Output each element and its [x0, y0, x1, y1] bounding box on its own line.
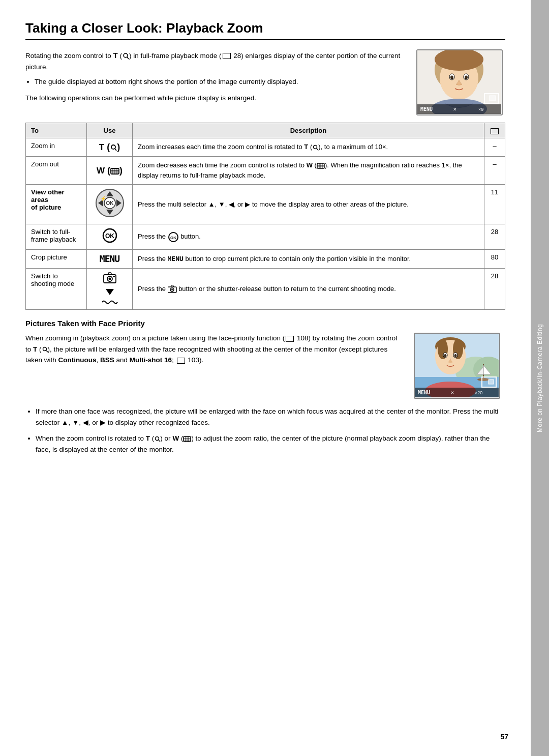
- svg-point-9: [465, 76, 468, 79]
- multi-selector-icon: OK ⚡: [95, 188, 125, 218]
- shooting-mode-label: Switch toshooting mode: [26, 269, 87, 310]
- view-areas-ref: 11: [484, 185, 505, 224]
- svg-point-17: [111, 145, 115, 149]
- table-header-to: To: [26, 123, 87, 138]
- camera-display-top: MENU ✕ ×9: [414, 49, 505, 115]
- svg-line-18: [115, 149, 116, 151]
- crop-ref: 80: [484, 250, 505, 269]
- fullframe-symbol: OK: [87, 224, 133, 250]
- table-row: Switch to full-frame playback OK Press t…: [26, 224, 505, 250]
- svg-text:OK: OK: [170, 236, 176, 240]
- face-priority-text: When zooming in (playback zoom) on a pic…: [25, 333, 404, 399]
- svg-point-71: [454, 354, 457, 357]
- menu-symbol: MENU: [100, 253, 119, 264]
- view-areas-label: View other areasof picture: [26, 185, 87, 224]
- camera-display-bottom: MENU ✕ ×20: [414, 333, 505, 399]
- zoom-in-symbol: T (): [87, 138, 133, 157]
- view-areas-symbol: OK ⚡: [87, 185, 133, 224]
- svg-point-0: [124, 53, 128, 57]
- zoom-out-description: Zoom decreases each time the zoom contro…: [133, 157, 484, 185]
- svg-text:OK: OK: [106, 200, 114, 206]
- svg-point-47: [108, 278, 111, 280]
- zoom-out-label: Zoom out: [26, 157, 87, 185]
- table-header-use: Use: [87, 123, 133, 138]
- zoom-in-description: Zoom increases each time the zoom contro…: [133, 138, 484, 157]
- svg-point-69: [444, 354, 447, 357]
- svg-text:MENU: MENU: [418, 390, 430, 395]
- down-arrow-icon: [105, 286, 115, 296]
- svg-text:✕: ✕: [453, 107, 457, 112]
- bullet-guide: The guide displayed at bottom right show…: [35, 77, 404, 88]
- crop-description: Press the MENU button to crop current pi…: [133, 250, 484, 269]
- table-row: Switch toshooting mode: [26, 269, 505, 310]
- bullet-multiple-faces: If more than one face was recognized, th…: [36, 406, 505, 428]
- svg-rect-78: [489, 380, 494, 384]
- shutter-icon: [101, 299, 118, 306]
- view-areas-description: Press the multi selector ▲, ▼, ◀, or ▶ t…: [133, 185, 484, 224]
- page-title: Taking a Closer Look: Playback Zoom: [25, 20, 505, 40]
- table-header-description: Description: [133, 123, 484, 138]
- svg-point-52: [171, 289, 173, 290]
- svg-line-54: [46, 351, 48, 352]
- face-priority-title: Pictures Taken with Face Priority: [25, 319, 505, 328]
- shooting-mode-ref: 28: [484, 269, 505, 310]
- following-ops-text: The following operations can be performe…: [25, 93, 404, 104]
- svg-text:MENU: MENU: [420, 106, 433, 112]
- face-priority-section: Pictures Taken with Face Priority When z…: [25, 319, 505, 455]
- table-row: Crop picture MENU Press the MENU button …: [26, 250, 505, 269]
- svg-text:OK: OK: [105, 232, 114, 240]
- table-row: Zoom out W ( ) Zoom decrease: [26, 157, 505, 185]
- camera-icon: [103, 272, 116, 283]
- svg-point-19: [314, 145, 317, 149]
- fullframe-description: Press the OK button.: [133, 224, 484, 250]
- svg-line-1: [127, 57, 129, 59]
- svg-rect-48: [113, 276, 115, 277]
- zoom-out-ref: –: [484, 157, 505, 185]
- side-tab: More on Playback/In-Camera Editing: [531, 0, 549, 756]
- book-ref-icon: [223, 53, 231, 59]
- svg-rect-16: [490, 96, 496, 101]
- face-priority-bullets: If more than one face was recognized, th…: [36, 406, 505, 455]
- svg-marker-49: [106, 289, 114, 295]
- zoom-operations-table: To Use Description Zoom in T (): [25, 123, 505, 310]
- svg-line-20: [317, 149, 318, 150]
- table-row: View other areasof picture: [26, 185, 505, 224]
- svg-text:×9: ×9: [478, 107, 483, 112]
- ok-button-icon: OK: [102, 228, 117, 243]
- t-symbol: T: [113, 51, 118, 60]
- svg-point-7: [450, 76, 453, 79]
- crop-symbol: MENU: [87, 250, 133, 269]
- zoom-out-symbol: W ( ): [87, 157, 133, 185]
- svg-text:✕: ✕: [450, 390, 454, 395]
- zoom-in-ref: –: [484, 138, 505, 157]
- svg-line-80: [159, 440, 160, 442]
- svg-text:×20: ×20: [475, 390, 482, 395]
- svg-text:⚡: ⚡: [100, 195, 107, 202]
- crop-label: Crop picture: [26, 250, 87, 269]
- book-header-icon: [491, 128, 499, 134]
- shooting-mode-symbol: [87, 269, 133, 310]
- table-header-ref: [484, 123, 505, 138]
- svg-point-53: [43, 347, 46, 351]
- fullframe-label: Switch to full-frame playback: [26, 224, 87, 250]
- page-number: 57: [500, 733, 508, 741]
- bullet-zoom-control: When the zoom control is rotated to T ()…: [36, 433, 505, 455]
- intro-text: Rotating the zoom control to T () in ful…: [25, 49, 404, 115]
- zoom-in-label: Zoom in: [26, 138, 87, 157]
- fullframe-ref: 28: [484, 224, 505, 250]
- table-row: Zoom in T () Zoom increases each time th…: [26, 138, 505, 157]
- shooting-mode-description: Press the button or the shutter-release …: [133, 269, 484, 310]
- svg-point-79: [156, 437, 159, 440]
